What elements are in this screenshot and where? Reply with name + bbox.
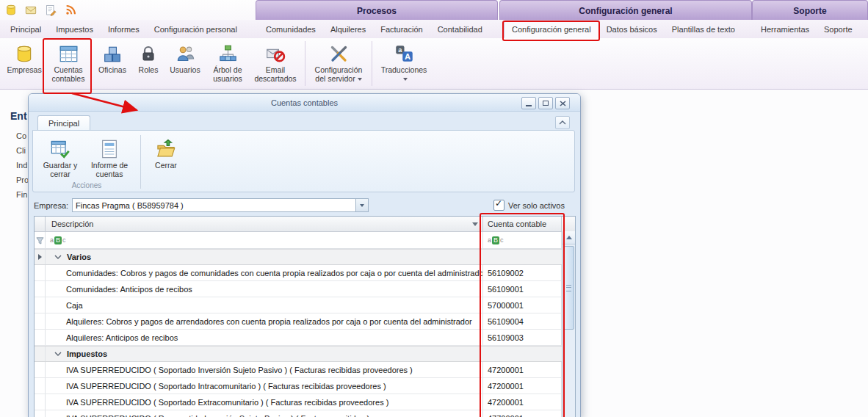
context-group-label: Soporte	[793, 6, 826, 16]
grid-row[interactable]: Alquileres: Cobros y pagos de arrendador…	[35, 313, 575, 330]
thumb-grip-icon	[566, 285, 571, 291]
close-button[interactable]	[555, 97, 570, 109]
dialog-tab-principal[interactable]: Principal	[37, 115, 90, 130]
group-row-varios[interactable]: Varios	[35, 249, 575, 265]
grid-row[interactable]: Comunidades: Cobros y pagos de comunidad…	[35, 265, 575, 281]
traducciones-button[interactable]: aA Traducciones	[377, 39, 431, 88]
ribbon-context-group-configuracion-general: Configuración general	[499, 0, 752, 21]
maximize-button[interactable]	[538, 97, 553, 109]
informe-de-cuentas-button[interactable]: Informe de cuentas	[84, 133, 135, 181]
tab-group-main: Principal Impuestos Informes Configuraci…	[3, 20, 245, 38]
tab-alquileres[interactable]: Alquileres	[323, 20, 373, 38]
grid-row[interactable]: IVA SUPERREDUCIDO ( Soportado Intracomun…	[35, 378, 575, 394]
cuentas-contables-button[interactable]: Cuentas contables	[45, 39, 92, 88]
chevron-up-icon	[559, 120, 566, 125]
sort-indicator-icon	[472, 222, 478, 226]
configuracion-del-servidor-button[interactable]: Configuración del servidor	[310, 39, 367, 88]
empresas-button[interactable]: Empresas	[5, 39, 43, 88]
abc-filter-icon: aBc	[488, 236, 504, 244]
descripcion-cell: Alquileres: Cobros y pagos de arrendador…	[46, 313, 483, 329]
dialog-ribbon-panel: Guardar y cerrar Informe de cuentas Acci…	[32, 130, 575, 192]
grid-header-row: Descripción Cuenta contable	[35, 217, 575, 232]
cuenta-contable-column-header[interactable]: Cuenta contable	[483, 217, 562, 231]
background-list-item: Fin	[16, 190, 27, 199]
email-descartados-button[interactable]: Email descartados	[250, 39, 300, 88]
ribbon-context-group-procesos: Procesos	[256, 0, 498, 21]
scrollbar-thumb[interactable]	[563, 246, 574, 330]
row-indicator-cell	[35, 250, 46, 264]
tab-principal[interactable]: Principal	[3, 20, 48, 38]
tab-configuracion-personal[interactable]: Configuración personal	[147, 20, 245, 38]
cuenta-cell: 47200001	[483, 394, 562, 410]
cuenta-cell: 56109002	[483, 265, 562, 280]
lock-icon	[140, 42, 157, 64]
mail-icon[interactable]	[24, 4, 37, 17]
ver-solo-activos[interactable]: Ver solo activos	[493, 200, 565, 211]
grid-row[interactable]: IVA SUPERREDUCIDO ( Soportado Inversión …	[35, 362, 575, 378]
combo-dropdown-button[interactable]	[355, 199, 368, 211]
database-cylinder-icon	[15, 42, 34, 64]
ribbon-context-group-soporte: Soporte	[752, 0, 868, 21]
cerrar-button[interactable]: Cerrar	[146, 133, 186, 181]
empresa-row: Empresa: Fincas Pragma ( B58959784 ) Ver…	[34, 197, 575, 213]
descripcion-filter-cell[interactable]: aBc	[46, 232, 483, 248]
accounts-grid: Descripción Cuenta contable aBc aBc	[34, 216, 576, 417]
guardar-y-cerrar-button[interactable]: Guardar y cerrar	[38, 133, 82, 181]
cerrar-group: Cerrar	[145, 132, 187, 192]
descripcion-cell: Alquileres: Anticipos de recibos	[46, 330, 483, 345]
ver-solo-activos-label: Ver solo activos	[508, 201, 565, 210]
grid-row[interactable]: IVA SUPERREDUCIDO ( Soportado Extracomun…	[35, 394, 575, 410]
empresa-label: Empresa:	[34, 201, 72, 210]
chevron-down-icon	[54, 255, 62, 259]
empresa-combobox[interactable]: Fincas Pragma ( B58959784 )	[72, 198, 369, 212]
background-heading: Ent	[10, 110, 27, 122]
usuarios-button[interactable]: Usuarios	[165, 39, 205, 88]
tab-datos-basicos[interactable]: Datos básicos	[599, 20, 665, 38]
ribbon-separator	[372, 41, 372, 86]
tab-comunidades[interactable]: Comunidades	[258, 20, 323, 38]
accounts-table-icon	[59, 42, 79, 64]
tab-configuracion-general[interactable]: Configuración general	[504, 20, 599, 38]
maximize-icon	[543, 101, 549, 106]
cuenta-cell: 47700001	[483, 410, 562, 417]
group-row-impuestos[interactable]: Impuestos	[35, 346, 575, 362]
grid-row[interactable]: Caja 57000001	[35, 297, 575, 313]
arbol-de-usuarios-button[interactable]: Árbol de usuarios	[206, 39, 249, 88]
chevron-down-icon	[54, 352, 62, 356]
feed-icon[interactable]	[64, 4, 77, 17]
group-row-label: Varios	[46, 250, 562, 264]
dialog-titlebar[interactable]: Cuentas contables	[29, 94, 580, 112]
header-filler-cell	[562, 217, 574, 231]
roles-button[interactable]: Roles	[133, 39, 164, 88]
tab-herramientas[interactable]: Herramientas	[753, 20, 817, 38]
edit-document-icon[interactable]	[44, 4, 57, 17]
group-label-empty	[145, 181, 187, 192]
vertical-scrollbar[interactable]	[562, 231, 575, 417]
cuenta-cell: 47200001	[483, 378, 562, 394]
oficinas-button[interactable]: Oficinas	[93, 39, 131, 88]
cuentas-contables-dialog: Cuentas contables Principal	[28, 93, 581, 417]
tab-facturacion[interactable]: Facturación	[373, 20, 430, 38]
tab-impuestos[interactable]: Impuestos	[48, 20, 101, 38]
empresa-value: Fincas Pragma ( B58959784 )	[73, 201, 355, 210]
buildings-icon	[103, 42, 122, 64]
database-icon[interactable]	[4, 4, 18, 17]
descripcion-cell: IVA SUPERREDUCIDO ( Soportado Extracomun…	[46, 394, 483, 410]
minimize-button[interactable]	[521, 97, 536, 109]
scroll-up-button[interactable]	[563, 231, 575, 244]
tab-contabilidad[interactable]: Contabilidad	[430, 20, 490, 38]
descripcion-column-header[interactable]: Descripción	[46, 217, 483, 231]
ribbon-separator	[305, 41, 305, 86]
cuenta-cell: 47200001	[483, 362, 562, 377]
grid-row[interactable]: Alquileres: Anticipos de recibos 5610900…	[35, 330, 575, 346]
chevron-down-icon	[360, 204, 364, 207]
tab-plantillas-de-texto[interactable]: Plantillas de texto	[665, 20, 742, 38]
cuenta-filter-cell[interactable]: aBc	[483, 232, 562, 248]
grid-row[interactable]: IVA SUPERREDUCIDO ( Repercutido Inversió…	[35, 410, 575, 417]
collapse-ribbon-button[interactable]	[555, 116, 570, 129]
ver-solo-activos-checkbox[interactable]	[493, 200, 504, 211]
grid-row[interactable]: Comunidades: Anticipos de recibos 561090…	[35, 281, 575, 297]
tab-soporte[interactable]: Soporte	[817, 20, 860, 38]
triangle-up-icon	[566, 236, 572, 239]
tab-informes[interactable]: Informes	[101, 20, 147, 38]
